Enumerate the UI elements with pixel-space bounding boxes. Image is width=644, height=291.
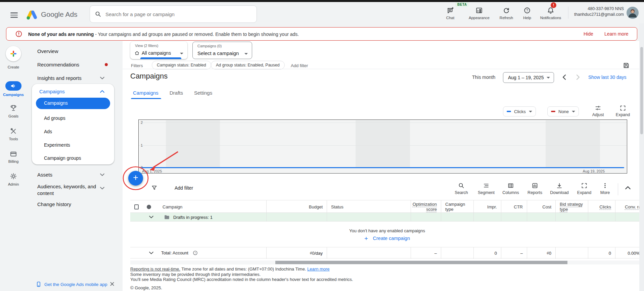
- column-header-campaign-type[interactable]: Campaign type: [441, 200, 473, 213]
- show-last-30-days-link[interactable]: Show last 30 days: [588, 75, 627, 80]
- column-header-status[interactable]: Status: [327, 200, 411, 213]
- create-button[interactable]: [6, 46, 21, 61]
- search-icon: [95, 11, 101, 17]
- mobile-app-banner[interactable]: Get the Google Ads mobile app: [36, 281, 107, 288]
- product-name: Google Ads: [41, 10, 78, 18]
- table-horizontal-scrollbar[interactable]: [130, 260, 644, 264]
- save-icon[interactable]: [623, 62, 630, 69]
- select-all-checkbox[interactable]: [134, 204, 139, 209]
- total-impressions: 0: [473, 247, 501, 259]
- table-more-button[interactable]: More: [593, 182, 617, 195]
- help-circle-icon[interactable]: ?: [193, 250, 198, 255]
- column-header-optimization-score[interactable]: Optimization score: [411, 200, 441, 213]
- table-download-button[interactable]: Download: [547, 182, 571, 195]
- notifications-button[interactable]: Notifications: [536, 7, 565, 20]
- campaign-selector[interactable]: Campaigns (0) Select a campaign: [192, 42, 252, 59]
- account-info[interactable]: 480-337-9870 NNS thanhduc2711@gmail.com: [571, 6, 624, 17]
- date-prev-button[interactable]: [561, 74, 567, 80]
- table-columns-button[interactable]: Columns: [499, 182, 523, 195]
- table-search-button[interactable]: Search: [449, 182, 473, 195]
- learn-more-link[interactable]: Learn more: [307, 266, 329, 272]
- gear-icon: [10, 173, 17, 180]
- menu-icon[interactable]: [10, 12, 18, 18]
- chevron-down-icon[interactable]: [100, 77, 104, 80]
- create-campaign-link[interactable]: + Create campaign: [130, 235, 644, 242]
- table-segment-button[interactable]: Segment: [474, 182, 498, 195]
- footer-copyright: © Google, 2025.: [130, 285, 162, 290]
- refresh-button[interactable]: Refresh: [496, 7, 516, 20]
- column-header-ctr[interactable]: CTR: [501, 200, 527, 213]
- nav-insights-and-reports[interactable]: Insights and reports: [37, 75, 82, 81]
- filter-chip-campaign-status[interactable]: Campaign status: Enabled: [152, 61, 211, 69]
- nav-experiments[interactable]: Experiments: [44, 142, 70, 148]
- add-filter-link[interactable]: Add filter: [291, 63, 308, 68]
- filter-chip-ad-group-status[interactable]: Ad group status: Enabled, Paused: [211, 61, 285, 69]
- column-header-bid-strategy-type[interactable]: Bid strategy type: [555, 200, 588, 213]
- nav-overview[interactable]: Overview: [37, 48, 58, 54]
- alert-learn-more-link[interactable]: Learn more: [604, 31, 629, 37]
- chevron-down-icon[interactable]: [100, 173, 104, 176]
- chart-adjust-button[interactable]: Adjust: [588, 105, 608, 117]
- tab-drafts[interactable]: Drafts: [170, 90, 183, 96]
- nav-ads[interactable]: Ads: [44, 129, 52, 134]
- nav-campaign-groups[interactable]: Campaign groups: [44, 155, 81, 161]
- view-selector[interactable]: View (2 filters) All campaigns: [130, 42, 187, 59]
- appearance-button[interactable]: Appearance: [465, 7, 493, 20]
- tab-settings[interactable]: Settings: [194, 90, 212, 96]
- date-next-button[interactable]: [575, 74, 581, 80]
- tune-icon: [595, 105, 601, 111]
- scrollbar-thumb[interactable]: [275, 261, 567, 264]
- search-box[interactable]: [90, 5, 257, 23]
- help-button[interactable]: ? Help: [519, 7, 535, 20]
- column-header-clicks[interactable]: Clicks: [588, 200, 615, 213]
- gridline: [139, 145, 627, 146]
- create-campaign-fab[interactable]: +: [128, 171, 143, 186]
- table-add-filter[interactable]: Add filter: [175, 185, 193, 191]
- column-header-impressions[interactable]: Impr.: [473, 200, 501, 213]
- status-dot-header[interactable]: [147, 205, 151, 209]
- column-header-campaign[interactable]: Campaign: [155, 200, 266, 213]
- table-reports-button[interactable]: Reports: [523, 182, 547, 195]
- chat-button[interactable]: Chat: [442, 7, 459, 20]
- drafts-row[interactable]: Drafts in progress: 1: [130, 213, 644, 222]
- nav-campaigns-selected[interactable]: Campaigns: [36, 98, 110, 109]
- rail-item-campaigns[interactable]: [5, 81, 21, 91]
- chevron-down-icon[interactable]: [149, 251, 153, 254]
- metric-selector-secondary[interactable]: None: [547, 106, 579, 116]
- rail-admin-label: Admin: [0, 182, 27, 186]
- chevron-down-icon[interactable]: [149, 215, 153, 219]
- timeseries-chart[interactable]: 2 1 0 Aug 1, 2025 Aug 19, 2025: [138, 119, 627, 174]
- column-header-budget[interactable]: Budget: [266, 200, 327, 213]
- rail-item-billing[interactable]: [10, 150, 17, 158]
- scrollbar-thumb[interactable]: [640, 47, 643, 134]
- tab-campaigns[interactable]: Campaigns: [133, 90, 158, 96]
- rail-item-goals[interactable]: [10, 104, 17, 112]
- chevron-up-icon[interactable]: [100, 90, 104, 93]
- home-icon: [134, 50, 140, 56]
- rail-item-tools[interactable]: [10, 128, 17, 135]
- nav-recommendations[interactable]: Recommendations: [37, 62, 79, 67]
- timezone-text: Time zone for all dates and times: (GMT+…: [180, 266, 307, 272]
- chart-expand-button[interactable]: Expand: [612, 105, 633, 117]
- nav-campaigns-group[interactable]: Campaigns: [39, 89, 65, 94]
- nav-ad-groups[interactable]: Ad groups: [44, 115, 65, 121]
- nav-audiences-keywords-content[interactable]: Audiences, keywords, and content: [37, 183, 98, 197]
- column-header-cost[interactable]: Cost: [527, 200, 555, 213]
- avatar[interactable]: [627, 7, 639, 19]
- metric-selector-primary[interactable]: Clicks: [503, 106, 536, 116]
- nav-campaigns-card: [32, 84, 114, 164]
- date-range-selector[interactable]: Aug 1 – 19, 2025: [503, 72, 554, 83]
- nav-assets[interactable]: Assets: [37, 172, 52, 178]
- collapse-table-button[interactable]: [625, 186, 631, 190]
- reporting-link[interactable]: Reporting is not real-time.: [130, 266, 180, 272]
- chevron-down-icon[interactable]: [100, 187, 104, 190]
- alert-title: None of your ads are running: [28, 32, 94, 37]
- nav-change-history[interactable]: Change history: [37, 201, 71, 207]
- page-vertical-scrollbar[interactable]: [639, 23, 644, 291]
- search-input[interactable]: [105, 11, 250, 17]
- google-ads-logo[interactable]: [26, 9, 38, 20]
- table-filter-icon[interactable]: [151, 185, 157, 191]
- alert-hide-button[interactable]: Hide: [584, 31, 593, 37]
- mobile-app-close-icon[interactable]: [109, 281, 115, 287]
- rail-item-admin[interactable]: [10, 173, 17, 180]
